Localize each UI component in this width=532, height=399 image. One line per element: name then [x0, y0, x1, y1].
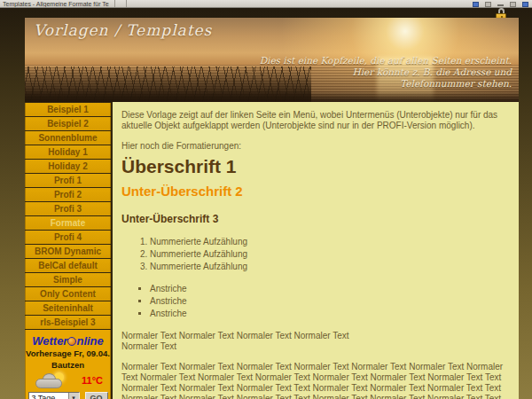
sidebar-item-only-content[interactable]: Only Content	[25, 287, 111, 301]
browser-titlebar: Templates - Allgemeine Formate für Texte…	[0, 0, 532, 8]
tab-divider	[126, 0, 127, 7]
go-button[interactable]: GO	[85, 392, 108, 399]
site-title: Vorlagen / Templates	[34, 21, 212, 39]
heading-3: Unter-Überschrift 3	[121, 214, 510, 224]
window-icon[interactable]	[485, 2, 491, 7]
numbered-list: Nummerierte Aufzählung Nummerierte Aufzä…	[150, 237, 510, 272]
bullet-list-item: Anstriche	[150, 309, 510, 319]
heading-1: Überschrift 1	[121, 161, 510, 172]
sidebar-item-profi-2[interactable]: Profi 2	[25, 188, 111, 201]
chevron-down-icon[interactable]: ▼	[68, 393, 79, 399]
main-content: Diese Vorlage zeigt auf der linken Seite…	[113, 102, 519, 399]
normal-text-line: Normaler Text Normaler Text Normaler Tex…	[121, 331, 349, 340]
tagline-line: Telefonnummer stehen.	[260, 78, 512, 90]
brand-wetter: Wetter	[32, 334, 67, 348]
dune-shadow	[25, 91, 519, 102]
sidebar-item-formate[interactable]: Formate	[25, 216, 111, 230]
cloud-icon	[35, 379, 62, 388]
forecast-range-value: 3 Tage	[29, 393, 68, 399]
sidebar-item-seiteninhalt[interactable]: Seiteninhalt	[25, 301, 111, 315]
bullet-list: Anstriche Anstriche Anstriche	[150, 284, 510, 319]
intro-paragraph: Diese Vorlage zeigt auf der linken Seite…	[121, 110, 510, 131]
forecast-label: Vorhersage Fr, 09.04.	[26, 348, 110, 358]
browser-title-text: Templates - Allgemeine Formate für Texte…	[3, 1, 109, 7]
help-icon[interactable]	[522, 2, 528, 7]
page-background: Vorlagen / Templates Dies ist eine Kopfz…	[0, 8, 532, 399]
bullet-list-item: Anstriche	[150, 296, 510, 307]
tab-divider	[114, 0, 115, 7]
numbered-list-item: Nummerierte Aufzählung	[150, 262, 510, 272]
normal-text-line: Normaler Text	[121, 341, 176, 351]
tagline-line: Hier könnte z. B. die Adresse und	[260, 66, 512, 78]
restore-icon[interactable]	[510, 2, 516, 7]
heading-2: Unter-Überschrift 2	[121, 186, 510, 197]
wetteronline-logo[interactable]: Wetternline	[26, 335, 110, 347]
bullet-list-item: Anstriche	[150, 284, 510, 294]
minimize-icon[interactable]	[497, 4, 504, 6]
numbered-list-item: Nummerierte Aufzählung	[150, 249, 510, 260]
sidebar-item-beispiel-2[interactable]: Beispiel 2	[25, 117, 111, 130]
sun-cloud-icon	[35, 372, 66, 388]
location-label: Bautzen	[26, 360, 110, 370]
normal-text-paragraph: Normaler Text Normaler Text Normaler Tex…	[121, 331, 510, 352]
sidebar-item-profi-1[interactable]: Profi 1	[25, 174, 111, 187]
header-tagline: Dies ist eine Kopfzeile, die auf allen S…	[260, 55, 512, 90]
sidebar-item-brom-dynamic[interactable]: BROM Dynamic	[25, 245, 111, 258]
tagline-line: Dies ist eine Kopfzeile, die auf allen S…	[260, 55, 512, 66]
sidebar-item-holiday-1[interactable]: Holiday 1	[25, 145, 111, 159]
document-icon[interactable]	[473, 2, 479, 7]
sidebar-item-belcal-default[interactable]: BelCal default	[25, 259, 111, 272]
numbered-list-item: Nummerierte Aufzählung	[150, 237, 510, 247]
normal-text-paragraph-long: Normaler Text Normaler Text Normaler Tex…	[121, 362, 510, 399]
globe-icon	[67, 337, 76, 346]
sidebar-item-beispiel-1[interactable]: Beispiel 1	[25, 103, 111, 116]
sidebar-menu: Beispiel 1 Beispiel 2 Sonnenblume Holida…	[25, 102, 111, 399]
header-image: Vorlagen / Templates Dies ist eine Kopfz…	[25, 18, 519, 102]
sidebar-item-profi-4[interactable]: Profi 4	[25, 231, 111, 244]
sidebar-item-holiday-2[interactable]: Holiday 2	[25, 160, 111, 173]
sidebar-item-rls-beispiel-3[interactable]: rls-Beispiel 3	[25, 316, 111, 329]
intro-paragraph-2: Hier noch die Formatierungen:	[121, 141, 510, 152]
brand-online: nline	[76, 334, 103, 348]
sidebar-item-profi-3[interactable]: Profi 3	[25, 202, 111, 215]
site-container: Vorlagen / Templates Dies ist eine Kopfz…	[25, 18, 519, 399]
sidebar-item-sonnenblume[interactable]: Sonnenblume	[25, 131, 111, 145]
weather-widget: Wetternline Vorhersage Fr, 09.04. Bautze…	[25, 330, 111, 399]
forecast-range-select[interactable]: 3 Tage ▼	[28, 392, 80, 399]
sidebar-item-simple[interactable]: Simple	[25, 273, 111, 286]
temperature-value: 11°C	[82, 375, 103, 386]
